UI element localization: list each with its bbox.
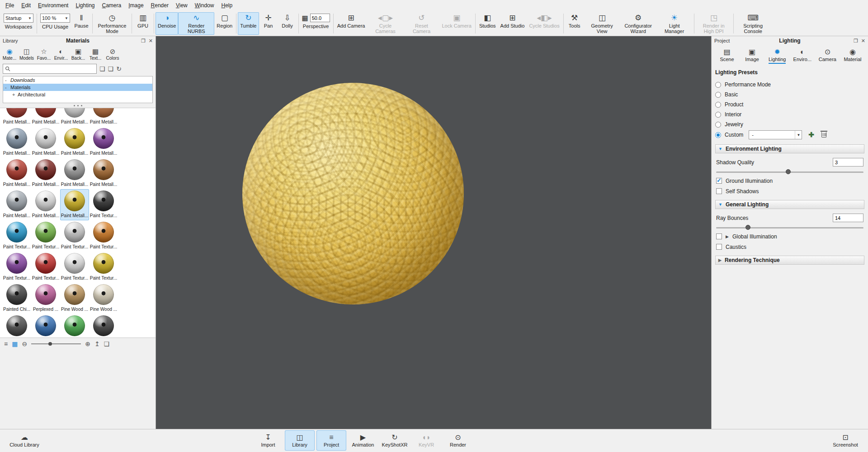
shadow-quality-input[interactable]	[833, 158, 863, 167]
float-panel-icon[interactable]: ❐	[854, 38, 858, 44]
rendering-technique-section-header[interactable]: ▶ Rendering Technique	[715, 256, 864, 265]
global-illumination-row[interactable]: ▶ Global Illumination	[715, 232, 864, 241]
material-item[interactable]: Pine Wood ...	[60, 283, 89, 314]
material-item[interactable]: Paint Metall...	[31, 127, 60, 158]
slider-handle[interactable]	[48, 342, 52, 346]
material-item[interactable]: Paint Metall...	[2, 189, 31, 220]
studios-button[interactable]: ◧ Studios	[477, 12, 498, 35]
material-item[interactable]: Paint Textur...	[89, 252, 118, 283]
material-item[interactable]: Paint Textur...	[31, 252, 60, 283]
cpu-usage-selector[interactable]: 100 %▼ CPU Usage	[38, 12, 72, 35]
slider-handle[interactable]	[745, 225, 750, 230]
chevron-down-icon[interactable]: ▼	[795, 131, 802, 139]
preset-jewelry[interactable]: Jewelry	[715, 119, 864, 129]
add-preset-icon[interactable]: ✚	[808, 131, 814, 139]
project-tab-camera[interactable]: ⊙ Camera	[816, 46, 839, 64]
upload-icon[interactable]: ↥	[94, 341, 100, 347]
tree-item[interactable]: - Downloads	[3, 76, 152, 84]
panel-splitter-handle[interactable]	[0, 103, 156, 108]
self-shadows-row[interactable]: Self Shadows	[715, 186, 864, 196]
locate-folder-icon[interactable]: ❏	[108, 66, 114, 72]
slider-handle[interactable]	[786, 169, 791, 174]
menu-environment[interactable]: Environment	[34, 0, 72, 10]
ray-bounces-slider[interactable]	[715, 224, 864, 231]
menu-camera[interactable]: Camera	[99, 0, 125, 10]
denoise-button[interactable]: ◑ Denoise	[156, 12, 178, 35]
preset-product[interactable]: Product	[715, 100, 864, 109]
close-panel-icon[interactable]: ✕	[149, 38, 153, 44]
tree-expander-icon[interactable]: -	[5, 77, 8, 83]
library-tab-backplates[interactable]: ▣ Back...	[70, 46, 87, 62]
zoom-out-icon[interactable]: ⊖	[22, 341, 27, 347]
material-item[interactable]: Paint Textur...	[60, 252, 89, 283]
cloud-library-button[interactable]: ☁ Cloud Library	[6, 430, 42, 451]
library-toggle-button[interactable]: ◫ Library	[285, 430, 315, 451]
material-item[interactable]: Paint Metall...	[60, 158, 89, 189]
material-item[interactable]	[89, 314, 118, 338]
menu-help[interactable]: Help	[217, 0, 236, 10]
library-tab-models[interactable]: ◫ Models	[18, 46, 35, 62]
menu-lighting[interactable]: Lighting	[72, 0, 98, 10]
material-item[interactable]: Paint Metall...	[31, 108, 60, 127]
general-lighting-section-header[interactable]: ▼ General Lighting	[715, 200, 864, 209]
keyshotxr-button[interactable]: ↻ KeyShotXR	[380, 430, 410, 451]
material-item[interactable]: Paint Metall...	[60, 108, 89, 127]
screenshot-button[interactable]: ⊡ Screenshot	[827, 430, 863, 451]
float-panel-icon[interactable]: ❐	[141, 38, 146, 44]
material-item[interactable]: Paint Metall...	[31, 189, 60, 220]
project-tab-material[interactable]: ◉ Material	[841, 46, 864, 64]
project-tab-environment[interactable]: ◐ Enviro...	[791, 46, 814, 64]
material-item[interactable]: Paint Metall...	[2, 127, 31, 158]
library-tab-favorites[interactable]: ☆ Favo...	[35, 46, 52, 62]
library-tab-environments[interactable]: ◐ Envir...	[52, 46, 70, 62]
workspace-selector[interactable]: Startup▼ Workspaces	[2, 12, 35, 35]
region-button[interactable]: ▢ Region	[214, 12, 235, 35]
caustics-row[interactable]: Caustics	[715, 242, 864, 252]
thumbnail-size-slider[interactable]	[31, 341, 81, 347]
geometry-view-button[interactable]: ◫ Geometry View	[584, 12, 620, 35]
tree-item[interactable]: - Materials	[3, 84, 152, 91]
add-studio-button[interactable]: ⊞ Add Studio	[498, 12, 527, 35]
render-button[interactable]: ⊙ Render	[443, 430, 473, 451]
tree-expander-icon[interactable]: -	[5, 85, 8, 90]
material-item[interactable]	[31, 314, 60, 338]
library-tab-textures[interactable]: ▦ Text...	[87, 46, 104, 62]
pan-button[interactable]: ✛ Pan	[259, 12, 278, 35]
expand-arrow-icon[interactable]: ▶	[726, 234, 729, 239]
import-button[interactable]: ↧ Import	[253, 430, 283, 451]
material-item[interactable]: Paint Textur...	[31, 220, 60, 252]
material-item[interactable]: Painted Chi...	[2, 283, 31, 314]
material-item[interactable]: Paint Metall...	[89, 127, 118, 158]
preset-interior[interactable]: Interior	[715, 109, 864, 119]
delete-preset-icon[interactable]	[821, 132, 826, 138]
render-nurbs-button[interactable]: ∿ Render NURBS	[178, 12, 214, 35]
material-item[interactable]: Paint Metall...	[31, 158, 60, 189]
preset-performance-mode[interactable]: Performance Mode	[715, 80, 864, 90]
material-item[interactable]: Pine Wood ...	[89, 283, 118, 314]
custom-preset-dropdown[interactable]: - ▼	[749, 130, 802, 139]
library-tab-materials[interactable]: ◉ Mate...	[1, 46, 18, 62]
menu-render[interactable]: Render	[147, 0, 172, 10]
perspective-value-input[interactable]	[310, 14, 330, 22]
performance-mode-button[interactable]: ◷ Performance Mode	[94, 12, 130, 35]
menu-image[interactable]: Image	[125, 0, 147, 10]
project-toggle-button[interactable]: ≡ Project	[316, 430, 346, 451]
material-item[interactable]: Paint Textur...	[60, 220, 89, 252]
realtime-viewport[interactable]	[156, 36, 711, 429]
material-item[interactable]: Paint Textur...	[89, 189, 118, 220]
material-item[interactable]: Paint Metall...	[2, 108, 31, 127]
tools-button[interactable]: ⚒ Tools	[565, 12, 584, 35]
menu-window[interactable]: Window	[191, 0, 218, 10]
menu-file[interactable]: File	[2, 0, 18, 10]
zoom-in-icon[interactable]: ⊕	[85, 341, 90, 347]
tumble-button[interactable]: ↻ Tumble	[238, 12, 259, 35]
project-tab-lighting[interactable]: ✹ Lighting	[765, 46, 789, 64]
dolly-button[interactable]: ⇩ Dolly	[278, 12, 297, 35]
library-search-input[interactable]	[12, 66, 94, 71]
library-tab-colors[interactable]: ⊘ Colors	[104, 46, 121, 62]
material-item[interactable]: Paint Metall...	[60, 189, 89, 220]
preset-custom[interactable]: Custom - ▼ ✚	[715, 129, 864, 140]
menu-edit[interactable]: Edit	[18, 0, 34, 10]
environment-lighting-section-header[interactable]: ▼ Environment Lighting	[715, 144, 864, 153]
list-view-icon[interactable]: ≡	[4, 341, 8, 347]
